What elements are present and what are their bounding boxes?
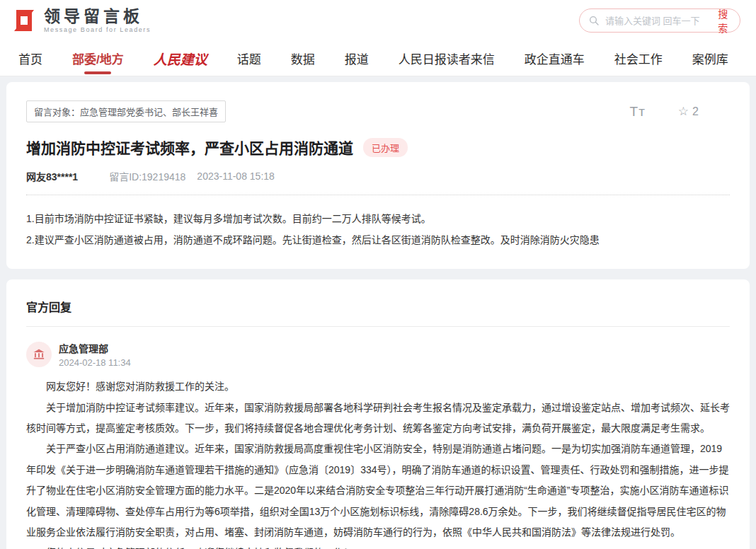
message-paragraph: 2.建议严查小区消防通道被占用，消防通道不成环路问题。先让街道检查，然后让各区街…	[26, 229, 730, 250]
active-tab-underline	[84, 71, 111, 74]
reply-paragraph: 您的来信是对应急管理部的信任，欢迎您继续支持和监督我们的工作！	[26, 543, 730, 549]
star-button[interactable]: ☆ 2	[678, 104, 699, 119]
status-badge: 已办理	[363, 138, 408, 157]
reply-agency-name: 应急管理部	[59, 341, 131, 355]
message-body: 1.目前市场消防中控证证书紧缺，建议每月多增加考试次数。目前约一二万人排队等候考…	[26, 208, 730, 250]
message-id: 留言ID:19219418	[109, 169, 185, 183]
main-nav: 首页 部委/地方 人民建议 话题 数据 报道 人民日报读者来信 政企直通车 社会…	[0, 41, 756, 76]
reply-body: 网友您好！感谢您对消防救援工作的关注。 关于增加消防中控证考试频率建议。近年来，…	[26, 376, 730, 549]
message-card: 留言对象：应急管理部党委书记、部长王祥喜 Tᴛ ☆ 2 增加消防中控证考试频率，…	[6, 82, 750, 269]
search-button[interactable]: 搜索	[715, 6, 731, 35]
dotted-divider	[26, 195, 730, 195]
site-subtitle: Message Board for Leaders	[44, 27, 151, 33]
official-reply-card: 官方回复 应急管理部 2024-02-18 11:34 网友您好！感谢您对消防救…	[6, 279, 750, 549]
nav-item-topics[interactable]: 话题	[237, 41, 261, 76]
reply-section-title: 官方回复	[26, 298, 730, 326]
font-size-toggle[interactable]: Tᴛ	[630, 104, 646, 120]
logo-mark-icon	[10, 6, 38, 35]
message-target-tag: 留言对象：应急管理部党委书记、部长王祥喜	[26, 100, 226, 122]
reply-divider	[26, 326, 730, 327]
search-box[interactable]: 搜索	[579, 8, 740, 33]
message-date: 2023-11-08 15:18	[197, 171, 275, 182]
message-paragraph: 1.目前市场消防中控证证书紧缺，建议每月多增加考试次数。目前约一二万人排队等候考…	[26, 208, 730, 229]
nav-item-social-work[interactable]: 社会工作	[614, 41, 663, 76]
search-input[interactable]	[605, 16, 709, 26]
nav-item-peoples-suggestions[interactable]: 人民建议	[154, 40, 207, 76]
search-icon	[588, 15, 600, 26]
star-icon: ☆	[678, 104, 689, 119]
nav-item-home[interactable]: 首页	[18, 41, 42, 76]
agency-avatar	[26, 342, 52, 367]
nav-item-gov-biz-express[interactable]: 政企直通车	[525, 41, 585, 76]
site-logo[interactable]: 领导留言板 Message Board for Leaders	[10, 6, 151, 35]
nav-item-data[interactable]: 数据	[291, 41, 315, 76]
reply-date: 2024-02-18 11:34	[59, 357, 131, 368]
nav-item-ministries-local[interactable]: 部委/地方	[72, 41, 124, 76]
star-count: 2	[692, 105, 699, 118]
reply-paragraph: 关于增加消防中控证考试频率建议。近年来，国家消防救援局部署各地科学研判社会考生报…	[26, 398, 730, 439]
reply-paragraph: 关于严查小区占用消防通道建议。近年来，国家消防救援局高度重视住宅小区消防安全，特…	[26, 439, 730, 543]
nav-item-reader-letters[interactable]: 人民日报读者来信	[399, 41, 495, 76]
header: 领导留言板 Message Board for Leaders 搜索	[0, 0, 756, 41]
nav-item-label: 部委/地方	[72, 53, 124, 67]
government-building-icon	[33, 348, 45, 361]
message-author: 网友83****1	[26, 169, 78, 183]
nav-item-case-library[interactable]: 案例库	[692, 41, 728, 76]
reply-paragraph: 网友您好！感谢您对消防救援工作的关注。	[26, 376, 730, 397]
message-title: 增加消防中控证考试频率，严查小区占用消防通道	[26, 137, 353, 158]
site-title: 领导留言板	[44, 8, 151, 25]
page-content: 留言对象：应急管理部党委书记、部长王祥喜 Tᴛ ☆ 2 增加消防中控证考试频率，…	[0, 76, 756, 549]
nav-item-reports[interactable]: 报道	[345, 41, 369, 76]
